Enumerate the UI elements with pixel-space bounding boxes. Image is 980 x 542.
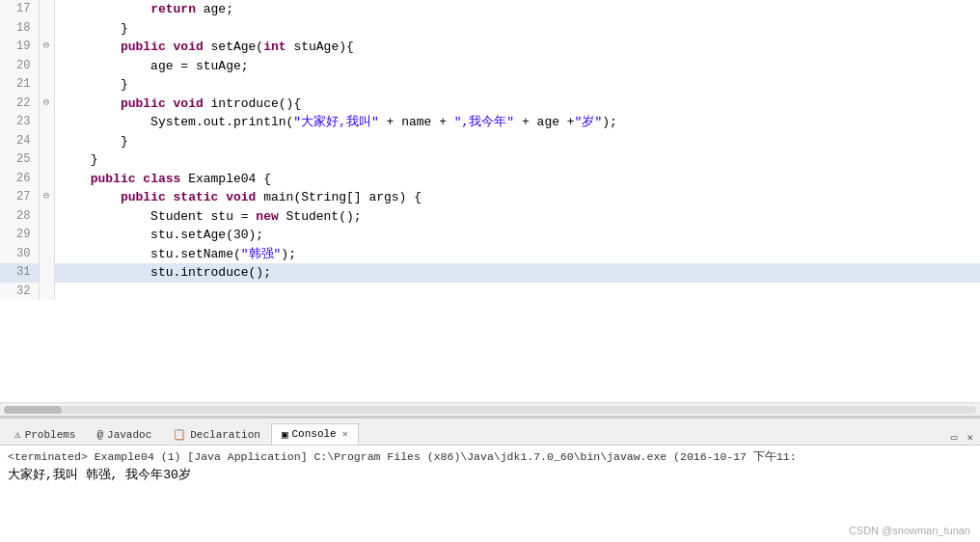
tab-declaration[interactable]: 📋Declaration bbox=[162, 423, 271, 445]
code-token: } bbox=[61, 152, 98, 167]
collapse-indicator bbox=[39, 245, 54, 264]
tab-icon: 📋 bbox=[173, 428, 186, 441]
code-token bbox=[61, 190, 121, 204]
collapse-indicator bbox=[39, 132, 54, 151]
line-number: 20 bbox=[0, 57, 39, 76]
code-line bbox=[54, 283, 980, 300]
code-token: void bbox=[174, 96, 204, 111]
code-token bbox=[166, 190, 174, 204]
minimize-button[interactable]: ▭ bbox=[948, 430, 961, 445]
code-line: stu.introduce(); bbox=[54, 263, 980, 283]
collapse-indicator[interactable]: ⊖ bbox=[39, 95, 54, 114]
line-number: 30 bbox=[0, 245, 39, 264]
code-token: class bbox=[143, 172, 180, 186]
line-number: 31 bbox=[0, 263, 39, 283]
tab-label: Problems bbox=[25, 429, 76, 441]
line-number: 18 bbox=[0, 19, 39, 39]
watermark: CSDN @snowman_tunan bbox=[849, 525, 970, 536]
collapse-indicator[interactable]: ⊖ bbox=[39, 38, 54, 57]
tab-javadoc[interactable]: @Javadoc bbox=[86, 423, 162, 445]
code-token: Example04 { bbox=[180, 172, 271, 186]
code-editor: 17 return age;18 }19⊖ public void setAge… bbox=[0, 0, 980, 417]
line-number: 26 bbox=[0, 170, 39, 189]
collapse-indicator bbox=[39, 57, 54, 76]
collapse-indicator bbox=[39, 0, 54, 19]
tab-icon: ⚠ bbox=[14, 428, 21, 441]
code-line: public void introduce(){ bbox=[54, 95, 980, 114]
line-number: 25 bbox=[0, 150, 39, 170]
collapse-indicator bbox=[39, 226, 54, 245]
line-number: 21 bbox=[0, 75, 39, 95]
tab-label: Declaration bbox=[190, 429, 260, 441]
line-number: 19 bbox=[0, 38, 39, 57]
collapse-indicator bbox=[39, 19, 54, 39]
tab-label: Javadoc bbox=[107, 429, 151, 441]
code-token: ); bbox=[281, 247, 296, 261]
line-number: 22 bbox=[0, 95, 39, 114]
console-area: <terminated> Example04 (1) [Java Applica… bbox=[0, 446, 980, 542]
code-token: "岁" bbox=[575, 115, 603, 129]
tab-close-button[interactable]: ✕ bbox=[342, 428, 348, 440]
code-token: System.out.println( bbox=[61, 115, 294, 129]
collapse-indicator bbox=[39, 113, 54, 132]
collapse-indicator bbox=[39, 263, 54, 283]
code-token: } bbox=[61, 21, 128, 36]
line-number: 24 bbox=[0, 132, 39, 151]
code-token: } bbox=[61, 134, 128, 149]
code-token: age; bbox=[196, 2, 233, 16]
code-token: "大家好,我叫" bbox=[293, 115, 378, 129]
code-line: public void setAge(int stuAge){ bbox=[54, 38, 980, 57]
collapse-indicator bbox=[39, 170, 54, 189]
code-token: stu.setName( bbox=[61, 247, 241, 261]
code-token: public bbox=[121, 40, 166, 54]
console-output-line: 大家好,我叫 韩强, 我今年30岁 bbox=[8, 466, 972, 483]
code-line: age = stuAge; bbox=[54, 57, 980, 76]
scrollbar-thumb bbox=[4, 406, 62, 414]
scrollbar-track bbox=[4, 406, 976, 414]
code-token: setAge( bbox=[204, 40, 263, 54]
code-line: return age; bbox=[54, 0, 980, 19]
tab-problems[interactable]: ⚠Problems bbox=[4, 423, 86, 445]
line-number: 29 bbox=[0, 226, 39, 245]
tab-console[interactable]: ▣Console✕ bbox=[271, 423, 359, 445]
code-token bbox=[61, 172, 91, 186]
code-scroll-area[interactable]: 17 return age;18 }19⊖ public void setAge… bbox=[0, 0, 980, 402]
code-token: main(String[] args) { bbox=[256, 190, 422, 204]
maximize-button[interactable]: ✕ bbox=[964, 430, 976, 445]
tabs-bar: ⚠Problems@Javadoc📋Declaration▣Console✕ ▭… bbox=[0, 419, 980, 446]
code-line: stu.setName("韩强"); bbox=[54, 245, 980, 264]
code-token: } bbox=[61, 77, 128, 92]
code-token: ); bbox=[602, 115, 617, 129]
code-token: public bbox=[121, 96, 166, 111]
code-token: return bbox=[150, 2, 196, 16]
collapse-indicator[interactable]: ⊖ bbox=[39, 188, 54, 207]
code-token bbox=[218, 190, 226, 204]
bottom-panel: ⚠Problems@Javadoc📋Declaration▣Console✕ ▭… bbox=[0, 417, 980, 542]
code-token bbox=[166, 40, 174, 54]
code-token: static bbox=[174, 190, 219, 204]
code-token bbox=[61, 40, 121, 54]
tab-icon: @ bbox=[96, 429, 103, 441]
code-token: stuAge){ bbox=[286, 40, 354, 54]
horizontal-scrollbar[interactable] bbox=[0, 402, 980, 416]
code-token: "韩强" bbox=[241, 247, 282, 261]
code-line: System.out.println("大家好,我叫" + name + ",我… bbox=[54, 113, 980, 132]
code-token: + age + bbox=[514, 115, 574, 129]
code-table: 17 return age;18 }19⊖ public void setAge… bbox=[0, 0, 980, 300]
collapse-indicator bbox=[39, 207, 54, 227]
code-line: } bbox=[54, 150, 980, 170]
tab-label: Console bbox=[292, 428, 337, 440]
line-number: 17 bbox=[0, 0, 39, 19]
code-token: Student stu = bbox=[61, 209, 257, 224]
code-token: stu.setAge(30); bbox=[61, 228, 264, 242]
collapse-indicator bbox=[39, 75, 54, 95]
code-token: + name + bbox=[379, 115, 454, 129]
tabs-right-buttons: ▭ ✕ bbox=[948, 430, 980, 445]
code-token bbox=[166, 96, 174, 111]
code-line: } bbox=[54, 19, 980, 39]
tab-icon: ▣ bbox=[282, 428, 288, 441]
code-line: public static void main(String[] args) { bbox=[54, 188, 980, 207]
code-token: Student(); bbox=[279, 209, 362, 224]
code-line: } bbox=[54, 75, 980, 95]
line-number: 23 bbox=[0, 113, 39, 132]
